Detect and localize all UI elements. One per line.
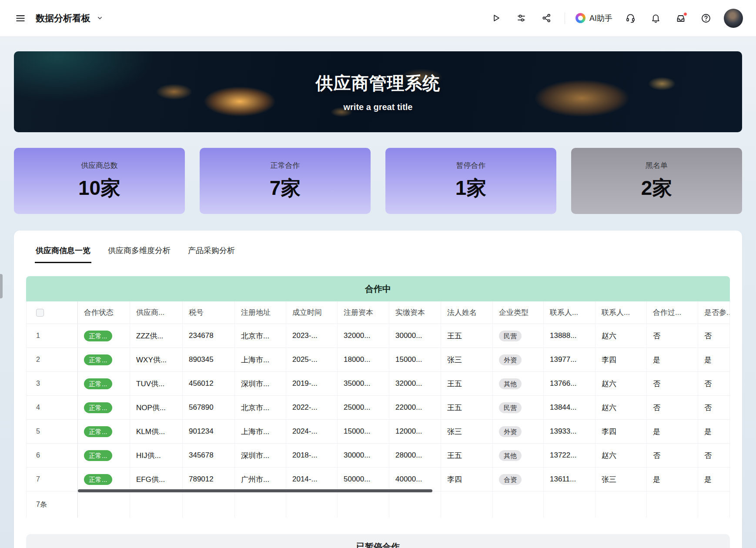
- col-header-address[interactable]: 注册地址: [235, 301, 286, 324]
- status-badge: 正常...: [84, 331, 112, 341]
- cooperation-cell: 否: [647, 372, 698, 396]
- founded-cell: 2018-...: [286, 444, 338, 468]
- user-avatar[interactable]: [724, 9, 743, 28]
- col-header-contact-phone[interactable]: 联系人...: [544, 301, 595, 324]
- tax-id-cell: 890345: [183, 348, 235, 372]
- stat-card-blacklist[interactable]: 黑名单 2家: [571, 148, 742, 214]
- registered-capital-cell: 15000...: [338, 420, 389, 444]
- participate-cell: 是: [698, 420, 730, 444]
- tab-procurement-analysis[interactable]: 产品采购分析: [187, 243, 236, 263]
- participate-cell: 否: [698, 444, 730, 468]
- col-header-registered-capital[interactable]: 注册资本: [338, 301, 389, 324]
- supplier-cell: ZZZ供...: [130, 324, 183, 348]
- col-header-tax-id[interactable]: 税号: [183, 301, 235, 324]
- menu-button[interactable]: [13, 11, 28, 26]
- table-header-row: 合作状态 供应商... 税号 注册地址 成立时间 注册资本 实缴资本 法人姓名 …: [27, 301, 729, 324]
- contact-phone-cell: 13977...: [544, 348, 595, 372]
- contact-name-cell: 赵六: [595, 372, 647, 396]
- cooperation-cell: 否: [647, 396, 698, 420]
- row-number: 5: [27, 420, 78, 444]
- ai-assistant-icon: [575, 13, 585, 23]
- contact-name-cell: 李四: [595, 348, 647, 372]
- col-header-status[interactable]: 合作状态: [78, 301, 130, 324]
- stat-card-total-suppliers[interactable]: 供应商总数 10家: [14, 148, 185, 214]
- inbox-button[interactable]: [673, 11, 688, 26]
- notifications-button[interactable]: [648, 11, 663, 26]
- tab-supplier-analysis[interactable]: 供应商多维度分析: [107, 243, 171, 263]
- col-header-paid-capital[interactable]: 实缴资本: [389, 301, 441, 324]
- paid-capital-cell: 32000...: [389, 372, 441, 396]
- company-type-cell: 民营: [493, 396, 544, 420]
- table-row[interactable]: 7 正常... EFG供... 789012 广州市... 2014-... 5…: [27, 468, 729, 491]
- contact-phone-cell: 13766...: [544, 372, 595, 396]
- run-button[interactable]: [489, 11, 504, 26]
- table-row[interactable]: 6 正常... HIJ供... 345678 深圳市... 2018-... 3…: [27, 444, 729, 468]
- founded-cell: 2014-...: [286, 468, 338, 491]
- supplier-cell: KLM供...: [130, 420, 183, 444]
- play-icon: [491, 13, 501, 23]
- legal-person-cell: 李四: [441, 468, 493, 491]
- status-badge: 正常...: [84, 378, 112, 389]
- share-icon: [542, 13, 552, 23]
- address-cell: 广州市...: [235, 468, 286, 491]
- founded-cell: 2019-...: [286, 372, 338, 396]
- contact-name-cell: 赵六: [595, 324, 647, 348]
- registered-capital-cell: 35000...: [338, 372, 389, 396]
- col-header-company-type[interactable]: 企业类型: [493, 301, 544, 324]
- stat-card-normal-cooperation[interactable]: 正常合作 7家: [200, 148, 371, 214]
- table-row[interactable]: 3 正常... TUV供... 456012 深圳市... 2019-... 3…: [27, 372, 729, 396]
- tax-id-cell: 234678: [183, 324, 235, 348]
- company-type-badge: 合资: [499, 474, 522, 485]
- page-title[interactable]: 数据分析看板: [36, 12, 90, 24]
- settings-button[interactable]: [514, 11, 529, 26]
- stat-cards-row: 供应商总数 10家 正常合作 7家 暂停合作 1家 黑名单 2家: [14, 148, 742, 214]
- tab-supplier-overview[interactable]: 供应商信息一览: [35, 243, 91, 263]
- top-navbar: 数据分析看板: [0, 0, 756, 37]
- table-horizontal-scrollbar[interactable]: [78, 489, 432, 492]
- sliders-icon: [516, 13, 526, 23]
- address-cell: 北京市...: [235, 396, 286, 420]
- company-type-badge: 其他: [499, 450, 522, 461]
- address-cell: 深圳市...: [235, 372, 286, 396]
- col-header-contact-name[interactable]: 联系人...: [595, 301, 647, 324]
- stat-card-paused-cooperation[interactable]: 暂停合作 1家: [385, 148, 556, 214]
- table-row[interactable]: 5 正常... KLM供... 901234 上海市... 2024-... 1…: [27, 420, 729, 444]
- col-header-participate[interactable]: 是否参...: [698, 301, 730, 324]
- stat-value: 10家: [78, 175, 120, 202]
- help-button[interactable]: [699, 11, 713, 26]
- page-scrollbar[interactable]: [0, 274, 3, 298]
- col-header-supplier[interactable]: 供应商...: [130, 301, 183, 324]
- col-header-legal-person[interactable]: 法人姓名: [441, 301, 493, 324]
- table-row[interactable]: 1 正常... ZZZ供... 234678 北京市... 2023-... 3…: [27, 324, 729, 348]
- ai-assistant-button[interactable]: AI助手: [575, 13, 612, 23]
- col-header-founded[interactable]: 成立时间: [286, 301, 338, 324]
- address-cell: 上海市...: [235, 348, 286, 372]
- title-dropdown-button[interactable]: [95, 11, 104, 26]
- col-header-cooperation[interactable]: 合作过...: [647, 301, 698, 324]
- legal-person-cell: 王五: [441, 372, 493, 396]
- table-section-title: 合作中: [26, 276, 730, 301]
- company-type-badge: 民营: [499, 402, 522, 413]
- contact-phone-cell: 13888...: [544, 324, 595, 348]
- share-button[interactable]: [539, 11, 554, 26]
- table-row[interactable]: 4 正常... NOP供... 567890 北京市... 2022-... 2…: [27, 396, 729, 420]
- support-button[interactable]: [623, 11, 638, 26]
- cooperating-table: 合作中 合作状态 供应商... 税号 注册地址 成立时间 注册资本 实缴资本 法…: [26, 276, 730, 518]
- status-badge: 正常...: [84, 450, 112, 461]
- status-cell: 正常...: [78, 324, 130, 348]
- question-circle-icon: [701, 13, 711, 23]
- founded-cell: 2022-...: [286, 396, 338, 420]
- main-panel: 供应商信息一览 供应商多维度分析 产品采购分析 合作中 合作状态 供应商... …: [14, 231, 742, 548]
- select-all-checkbox[interactable]: [36, 309, 44, 317]
- stat-value: 1家: [455, 175, 487, 202]
- company-type-cell: 外资: [493, 348, 544, 372]
- ai-assistant-label: AI助手: [589, 13, 612, 23]
- founded-cell: 2023-...: [286, 324, 338, 348]
- status-cell: 正常...: [78, 444, 130, 468]
- company-type-badge: 民营: [499, 331, 522, 341]
- cooperation-cell: 是: [647, 468, 698, 491]
- table-footer-row: 7条: [27, 491, 729, 518]
- notification-dot: [683, 12, 687, 16]
- table-row[interactable]: 2 正常... WXY供... 890345 上海市... 2025-... 1…: [27, 348, 729, 372]
- bell-icon: [651, 13, 661, 23]
